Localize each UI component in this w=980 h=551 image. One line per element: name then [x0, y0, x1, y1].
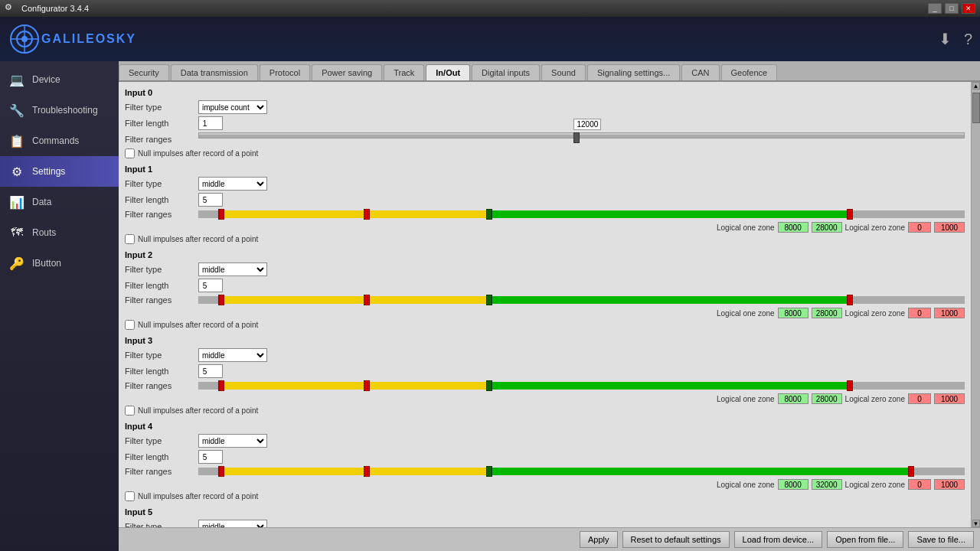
input-1-filter-length[interactable] — [198, 193, 223, 207]
minimize-button[interactable]: _ — [928, 3, 942, 14]
apply-button[interactable]: Apply — [580, 531, 618, 548]
input-2-zero-max[interactable] — [934, 308, 965, 318]
input-2-right-handle[interactable] — [847, 295, 853, 305]
input-4-zero-min[interactable] — [908, 479, 931, 490]
input-3-one-max[interactable] — [812, 393, 842, 404]
input-1-filter-type-select[interactable]: middle impulse count — [198, 177, 267, 191]
input-4-left-handle[interactable] — [218, 466, 224, 477]
input-4-null-impulses-row: Null impulses after record of a point — [125, 491, 965, 501]
reset-defaults-button[interactable]: Reset to default settings — [622, 531, 730, 548]
sidebar-item-device[interactable]: 💻 Device — [0, 64, 119, 95]
input-3-right-handle[interactable] — [847, 380, 853, 391]
input-4-filter-type-select[interactable]: middle impulse count — [198, 434, 267, 448]
input-1-left-handle[interactable] — [218, 209, 224, 220]
input-4-null-impulses-checkbox[interactable] — [125, 491, 135, 501]
filter-type-label-1: Filter type — [125, 179, 194, 188]
sidebar-item-routs[interactable]: 🗺 Routs — [0, 217, 119, 248]
tab-power-saving[interactable]: Power saving — [312, 64, 382, 80]
input-1-zero-min[interactable] — [908, 222, 931, 233]
input-4-filter-length[interactable] — [198, 450, 223, 464]
input-0-filter-length[interactable] — [198, 116, 223, 130]
sidebar-item-commands[interactable]: 📋 Commands — [0, 126, 119, 156]
input-3-filter-length[interactable] — [198, 364, 223, 378]
save-to-file-button[interactable]: Save to file... — [908, 531, 974, 548]
help-icon[interactable]: ? — [964, 31, 972, 48]
input-2-green-handle[interactable] — [486, 295, 492, 305]
input-4-mid-handle[interactable] — [364, 466, 370, 477]
vertical-scrollbar[interactable]: ▲ ▼ — [971, 82, 980, 527]
input-4-one-max[interactable] — [812, 479, 842, 490]
input-1-null-impulses-label: Null impulses after record of a point — [138, 235, 258, 243]
close-button[interactable]: ✕ — [962, 3, 975, 14]
input-2-range-container — [198, 295, 965, 305]
tab-signaling-settings[interactable]: Signaling settings... — [587, 64, 680, 80]
tab-geofence[interactable]: Geofence — [721, 64, 778, 80]
input-2-one-min[interactable] — [778, 308, 808, 318]
input-5-filter-type-select[interactable]: middle impulse count — [198, 520, 267, 527]
galileosky-logo-icon — [8, 22, 41, 56]
input-3-zero-min[interactable] — [908, 393, 931, 404]
tab-sound[interactable]: Sound — [541, 64, 586, 80]
tab-protocol[interactable]: Protocol — [260, 64, 310, 80]
input-3-mid-handle[interactable] — [364, 380, 370, 391]
tab-can[interactable]: CAN — [681, 64, 719, 80]
input-2-mid-handle[interactable] — [364, 295, 370, 305]
scroll-content: Input 0 Filter type impulse count middle… — [119, 82, 971, 527]
input-0-null-impulses-label: Null impulses after record of a point — [138, 149, 258, 158]
input-4-one-min[interactable] — [778, 479, 808, 490]
sidebar-item-settings[interactable]: ⚙ Settings — [0, 156, 119, 187]
input-1-one-max[interactable] — [812, 222, 842, 233]
tab-data-transmission[interactable]: Data transmission — [171, 64, 258, 80]
open-from-file-button[interactable]: Open from file... — [827, 531, 903, 548]
input-2-null-impulses-checkbox[interactable] — [125, 320, 135, 330]
input-1-null-impulses-checkbox[interactable] — [125, 234, 135, 244]
input-1-filter-length-row: Filter length — [125, 193, 965, 207]
input-3-one-min[interactable] — [778, 393, 808, 404]
download-icon[interactable]: ⬇ — [939, 30, 952, 48]
scroll-down-button[interactable]: ▼ — [972, 520, 980, 527]
maximize-button[interactable]: □ — [945, 3, 959, 14]
scroll-up-button[interactable]: ▲ — [972, 82, 980, 90]
input-2-one-max[interactable] — [812, 308, 842, 318]
input-2-left-handle[interactable] — [218, 295, 224, 305]
input-2-zero-min[interactable] — [908, 308, 931, 318]
input-1-green-handle[interactable] — [486, 209, 492, 220]
input-4-green-handle[interactable] — [486, 466, 492, 477]
ibutton-icon: 🔑 — [8, 254, 26, 272]
input-3-null-impulses-checkbox[interactable] — [125, 406, 135, 416]
input-4-zero-max[interactable] — [934, 479, 965, 490]
input-3-zero-max[interactable] — [934, 393, 965, 404]
scroll-thumb[interactable] — [972, 93, 980, 123]
input-0-filter-type-select[interactable]: impulse count middle — [198, 100, 267, 114]
content-area: Security Data transmission Protocol Powe… — [119, 61, 980, 551]
input-3-section: Input 3 Filter type middle impulse count… — [125, 336, 965, 416]
input-3-filter-type-select[interactable]: middle impulse count — [198, 348, 267, 362]
input-1-one-min[interactable] — [778, 222, 808, 233]
input-1-mid-handle[interactable] — [364, 209, 370, 220]
input-3-green-handle[interactable] — [486, 380, 492, 391]
sidebar-item-troubleshooting[interactable]: 🔧 Troubleshooting — [0, 95, 119, 126]
input-2-filter-length[interactable] — [198, 279, 223, 292]
input-4-right-handle[interactable] — [908, 466, 914, 477]
tab-digital-inputs[interactable]: Digital inputs — [472, 64, 540, 80]
input-4-filter-ranges-row: Filter ranges — [125, 466, 965, 477]
input-3-left-handle[interactable] — [218, 380, 224, 391]
title-bar-text: Configurator 3.4.4 — [21, 4, 928, 13]
tab-security[interactable]: Security — [119, 64, 169, 80]
input-1-zero-max[interactable] — [934, 222, 965, 233]
load-from-device-button[interactable]: Load from device... — [734, 531, 823, 548]
input-2-header: Input 2 — [125, 250, 965, 259]
input-0-handle[interactable] — [573, 132, 580, 143]
filter-ranges-label-0: Filter ranges — [125, 135, 194, 144]
input-3-filter-ranges-row: Filter ranges — [125, 380, 965, 391]
sidebar-item-data[interactable]: 📊 Data — [0, 187, 119, 217]
tab-in-out[interactable]: In/Out — [426, 64, 470, 80]
content-with-scrollbar: Input 0 Filter type impulse count middle… — [119, 82, 980, 527]
input-0-null-impulses-checkbox[interactable] — [125, 148, 135, 158]
sidebar-item-ibutton[interactable]: 🔑 IButton — [0, 248, 119, 279]
input-2-null-impulses-row: Null impulses after record of a point — [125, 320, 965, 330]
input-2-filter-type-select[interactable]: middle impulse count — [198, 262, 267, 276]
filter-type-label-2: Filter type — [125, 265, 194, 274]
tab-track[interactable]: Track — [384, 64, 424, 80]
input-1-right-handle[interactable] — [847, 209, 853, 220]
